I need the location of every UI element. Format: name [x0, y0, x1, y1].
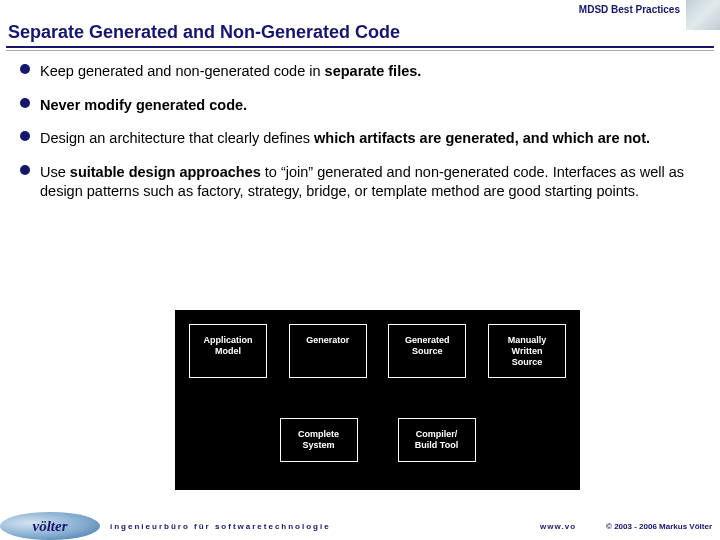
diagram-box: ManuallyWrittenSource	[488, 324, 566, 378]
bullet-item: Keep generated and non-generated code in…	[20, 62, 700, 82]
diagram-box: Compiler/Build Tool	[398, 418, 476, 462]
bullet-dot-icon	[20, 98, 30, 108]
bullet-text: Keep generated and non-generated code in…	[40, 62, 421, 82]
diagram: ApplicationModel Generator GeneratedSour…	[175, 310, 580, 490]
bullet-dot-icon	[20, 131, 30, 141]
footer: völter ingenieurbüro für softwaretechnol…	[0, 512, 720, 540]
title-rule-shadow	[6, 50, 714, 51]
footer-url: www.vo	[540, 522, 576, 531]
title-rule	[6, 46, 714, 48]
bullet-text: Never modify generated code.	[40, 96, 247, 116]
slide-title: Separate Generated and Non-Generated Cod…	[8, 22, 400, 43]
logo-text: völter	[33, 518, 68, 535]
diagram-box: ApplicationModel	[189, 324, 267, 378]
bullet-item: Use suitable design approaches to “join”…	[20, 163, 700, 202]
diagram-row-top: ApplicationModel Generator GeneratedSour…	[189, 324, 566, 378]
footer-tagline: ingenieurbüro für softwaretechnologie	[110, 522, 510, 531]
content-area: Keep generated and non-generated code in…	[20, 62, 700, 216]
diagram-box: GeneratedSource	[388, 324, 466, 378]
bullet-text: Use suitable design approaches to “join”…	[40, 163, 700, 202]
bullet-dot-icon	[20, 165, 30, 175]
header-topic: MDSD Best Practices	[0, 0, 720, 20]
logo: völter	[0, 512, 100, 540]
diagram-box: CompleteSystem	[280, 418, 358, 462]
bullet-text: Design an architecture that clearly defi…	[40, 129, 650, 149]
footer-copyright: © 2003 - 2006 Markus Völter	[606, 522, 712, 531]
bullet-item: Never modify generated code.	[20, 96, 700, 116]
diagram-row-bottom: CompleteSystem Compiler/Build Tool	[189, 418, 566, 462]
bullet-dot-icon	[20, 64, 30, 74]
diagram-box: Generator	[289, 324, 367, 378]
bullet-item: Design an architecture that clearly defi…	[20, 129, 700, 149]
